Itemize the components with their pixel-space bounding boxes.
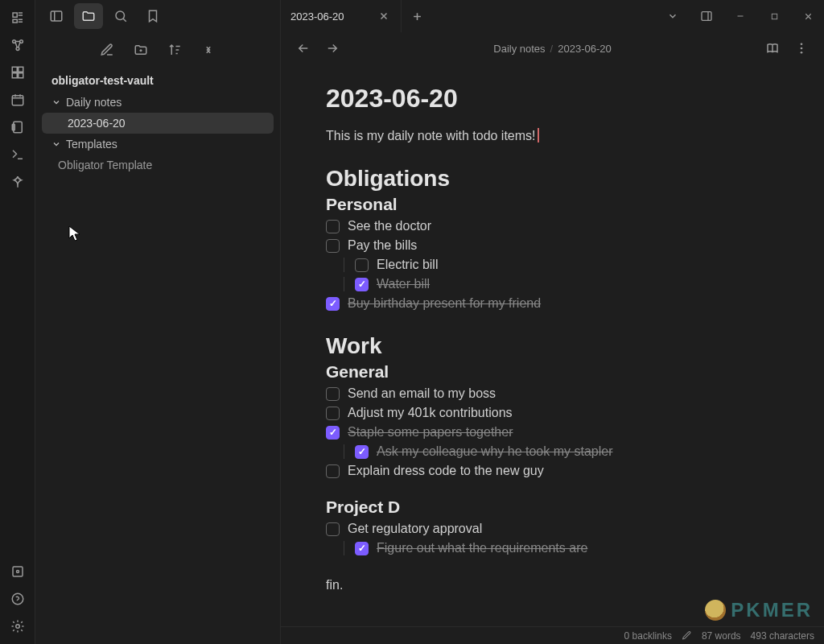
todo-list-personal: See the doctorPay the billsElectric bill… — [326, 219, 779, 311]
checkbox[interactable] — [326, 220, 340, 233]
checkbox[interactable] — [326, 522, 340, 536]
todo-item[interactable]: Send an email to my boss — [326, 386, 779, 401]
new-note-icon[interactable] — [97, 40, 117, 60]
status-words[interactable]: 87 words — [702, 630, 741, 642]
todo-label: Adjust my 401k contributions — [348, 406, 513, 420]
note-intro[interactable]: This is my daily note with todo items! — [326, 128, 779, 143]
status-chars[interactable]: 493 characters — [751, 630, 814, 642]
svg-rect-16 — [702, 12, 711, 21]
checkbox[interactable] — [326, 239, 340, 253]
folder-label: Templates — [66, 138, 117, 151]
heading-work[interactable]: Work — [326, 333, 779, 359]
files-tab-icon[interactable] — [74, 3, 103, 29]
breadcrumb-parent[interactable]: Daily notes — [493, 43, 545, 55]
checkbox[interactable] — [355, 445, 369, 459]
breadcrumb-separator: / — [550, 43, 554, 55]
command-palette-icon[interactable] — [3, 142, 32, 167]
todo-item[interactable]: Ask my colleague why he took my stapler — [344, 444, 779, 459]
heading-obligations[interactable]: Obligations — [326, 166, 779, 192]
templates-icon[interactable] — [3, 114, 32, 140]
heading-general[interactable]: General — [326, 362, 779, 382]
nav-forward-icon[interactable] — [323, 39, 342, 58]
window-minimize-icon[interactable] — [724, 3, 756, 29]
checkbox[interactable] — [326, 407, 340, 420]
close-icon[interactable] — [377, 9, 391, 23]
new-tab-icon[interactable] — [402, 10, 433, 23]
settings-icon[interactable] — [3, 613, 32, 639]
search-tab-icon[interactable] — [106, 3, 135, 29]
note-title[interactable]: 2023-06-20 — [326, 84, 779, 114]
note-footer[interactable]: fin. — [326, 578, 779, 592]
checkbox[interactable] — [355, 258, 369, 272]
note-content[interactable]: 2023-06-20 This is my daily note with to… — [281, 64, 824, 626]
folder-templates[interactable]: Templates — [42, 134, 274, 155]
reading-view-icon[interactable] — [763, 39, 782, 58]
quick-switcher-icon[interactable] — [3, 5, 32, 31]
todo-item[interactable]: Electric bill — [344, 258, 779, 272]
help-icon[interactable] — [3, 586, 32, 612]
todo-item[interactable]: Figure out what the requirements are — [344, 541, 779, 555]
todo-label: Get regulatory approval — [348, 522, 482, 536]
todo-item[interactable]: Buy birthday present for my friend — [326, 296, 779, 311]
heading-project-d[interactable]: Project D — [326, 497, 779, 517]
checkbox[interactable] — [326, 297, 340, 311]
todo-item[interactable]: Pay the bills — [326, 238, 779, 253]
heading-personal[interactable]: Personal — [326, 195, 779, 214]
folder-daily-notes[interactable]: Daily notes — [42, 92, 274, 113]
window-close-icon[interactable] — [792, 3, 824, 29]
checkbox[interactable] — [326, 426, 340, 440]
svg-rect-7 — [12, 96, 23, 105]
graph-view-icon[interactable] — [3, 32, 32, 58]
nav-back-icon[interactable] — [294, 39, 313, 58]
tab-title: 2023-06-20 — [290, 10, 344, 23]
checkbox[interactable] — [355, 278, 369, 291]
obligator-icon[interactable] — [3, 169, 32, 195]
bookmarks-tab-icon[interactable] — [138, 3, 167, 29]
vault-icon[interactable] — [3, 559, 32, 584]
breadcrumb-current[interactable]: 2023-06-20 — [558, 43, 612, 55]
canvas-icon[interactable] — [3, 60, 32, 85]
todo-item[interactable]: Explain dress code to the new guy — [326, 464, 779, 478]
sort-icon[interactable] — [165, 40, 184, 60]
window-maximize-icon[interactable] — [758, 3, 790, 29]
todo-item[interactable]: See the doctor — [326, 219, 779, 233]
checkbox[interactable] — [326, 464, 340, 478]
svg-rect-14 — [51, 11, 62, 21]
pencil-icon[interactable] — [682, 630, 692, 641]
svg-rect-4 — [19, 67, 23, 72]
file-2023-06-20[interactable]: 2023-06-20 — [42, 113, 274, 134]
status-backlinks[interactable]: 0 backlinks — [624, 630, 672, 642]
watermark: PKMER — [705, 599, 813, 621]
file-explorer-sidebar: obligator-test-vault Daily notes 2023-06… — [35, 0, 281, 644]
tab-current-note[interactable]: 2023-06-20 — [281, 0, 402, 32]
todo-label: Ask my colleague why he took my stapler — [377, 444, 612, 459]
tab-dropdown-icon[interactable] — [657, 3, 689, 29]
todo-label: Buy birthday present for my friend — [348, 296, 541, 311]
todo-item[interactable]: Water bill — [344, 277, 779, 291]
todo-label: Water bill — [377, 277, 430, 291]
daily-note-icon[interactable] — [3, 87, 32, 113]
more-options-icon[interactable] — [792, 39, 811, 58]
folder-label: Daily notes — [66, 96, 122, 109]
collapse-icon[interactable] — [199, 40, 218, 60]
chevron-down-icon — [52, 139, 61, 149]
todo-item[interactable]: Get regulatory approval — [326, 522, 779, 536]
file-obligator-template[interactable]: Obligator Template — [42, 155, 274, 175]
todo-item[interactable]: Staple some papers together — [326, 425, 779, 440]
svg-point-13 — [16, 625, 20, 629]
checkbox[interactable] — [326, 387, 340, 401]
checkbox[interactable] — [355, 542, 369, 555]
watermark-logo-icon — [705, 600, 726, 621]
text-cursor — [538, 128, 539, 142]
breadcrumb[interactable]: Daily notes / 2023-06-20 — [493, 43, 611, 55]
title-bar: 2023-06-20 — [281, 0, 824, 32]
todo-item[interactable]: Adjust my 401k contributions — [326, 406, 779, 420]
todo-label: Explain dress code to the new guy — [348, 464, 544, 478]
vault-name[interactable]: obligator-test-vault — [42, 69, 274, 92]
todo-list-project: Get regulatory approvalFigure out what t… — [326, 522, 779, 555]
right-sidebar-toggle-icon[interactable] — [690, 3, 723, 29]
sidebar-toggle-icon[interactable] — [42, 3, 71, 29]
status-bar: 0 backlinks 87 words 493 characters — [281, 626, 824, 644]
new-folder-icon[interactable] — [131, 40, 150, 60]
todo-label: Figure out what the requirements are — [377, 541, 587, 555]
